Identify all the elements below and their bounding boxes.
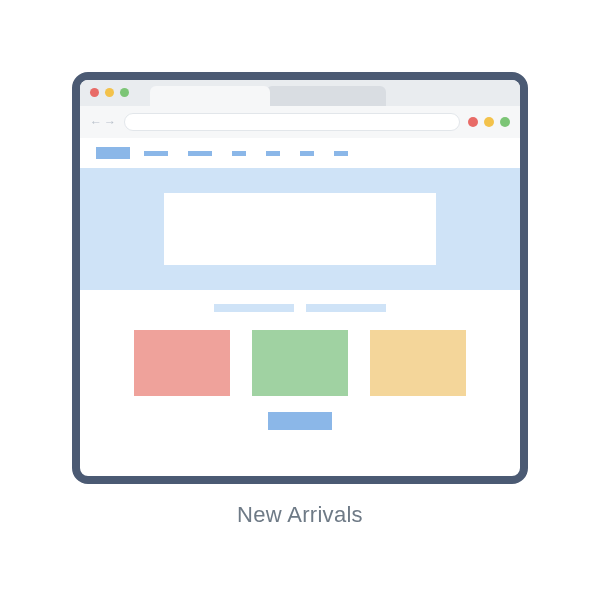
minimize-icon[interactable] [105, 88, 114, 97]
forward-icon[interactable]: → [104, 116, 116, 128]
caption-label: New Arrivals [237, 502, 363, 528]
site-nav [80, 138, 520, 168]
heading-line-2 [306, 304, 386, 312]
action-icon-3[interactable] [500, 117, 510, 127]
nav-link-4[interactable] [266, 151, 280, 156]
tabs [150, 80, 386, 106]
nav-link-1[interactable] [144, 151, 168, 156]
nav-arrows: ← → [90, 116, 116, 128]
nav-link-3[interactable] [232, 151, 246, 156]
browser-action-icons [468, 117, 510, 127]
nav-link-6[interactable] [334, 151, 348, 156]
hero-content [164, 193, 437, 265]
address-input[interactable] [124, 113, 460, 131]
cta-button[interactable] [268, 412, 332, 430]
tab-inactive[interactable] [266, 86, 386, 106]
page-content [80, 138, 520, 476]
product-card-1[interactable] [134, 330, 230, 396]
address-bar-row: ← → [80, 106, 520, 138]
back-icon[interactable]: ← [90, 116, 102, 128]
nav-link-2[interactable] [188, 151, 212, 156]
action-icon-2[interactable] [484, 117, 494, 127]
product-card-2[interactable] [252, 330, 348, 396]
product-cards [80, 322, 520, 396]
nav-link-5[interactable] [300, 151, 314, 156]
logo[interactable] [96, 147, 130, 159]
browser-window: ← → [72, 72, 528, 484]
window-controls [90, 88, 129, 97]
nav-links [144, 151, 348, 156]
close-icon[interactable] [90, 88, 99, 97]
hero-banner [80, 168, 520, 290]
product-card-3[interactable] [370, 330, 466, 396]
title-bar [80, 80, 520, 106]
cta-row [80, 396, 520, 430]
maximize-icon[interactable] [120, 88, 129, 97]
heading-line-1 [214, 304, 294, 312]
tab-active[interactable] [150, 86, 270, 106]
section-heading [80, 290, 520, 322]
action-icon-1[interactable] [468, 117, 478, 127]
